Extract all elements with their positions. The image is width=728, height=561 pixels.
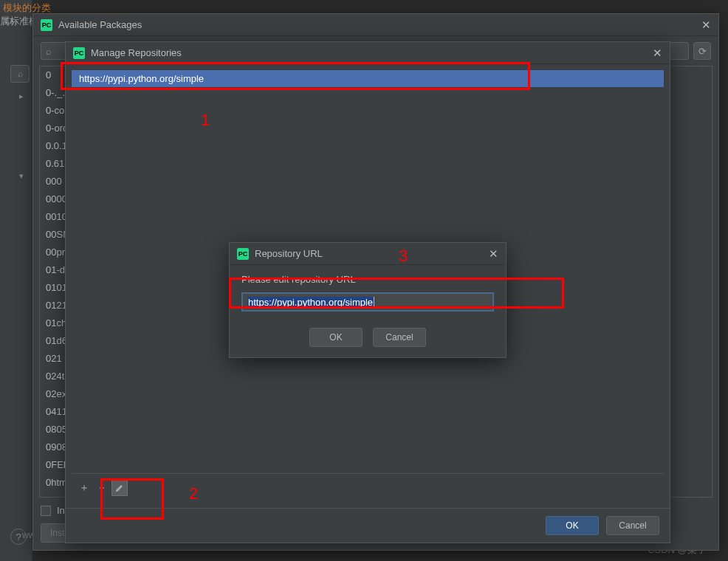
edit-button[interactable] (111, 480, 128, 496)
app-icon: PC (41, 19, 52, 31)
pencil-icon (114, 483, 125, 493)
remove-button[interactable]: － (94, 480, 110, 496)
ok-button[interactable]: OK (546, 516, 599, 535)
app-icon: PC (73, 47, 85, 59)
titlebar: PC Repository URL ✕ (230, 243, 506, 265)
prompt-text: Please edit repository URL (241, 274, 494, 285)
close-icon[interactable]: ✕ (653, 47, 662, 60)
help-icon[interactable]: ? (10, 529, 27, 545)
repository-item[interactable]: https://pypi.python.org/simple (72, 70, 664, 87)
ide-search-icon[interactable]: ⌕ (10, 65, 30, 83)
search-icon: ⌕ (46, 46, 52, 57)
chevron-down-icon[interactable]: ▾ (19, 171, 24, 181)
repository-url-input[interactable]: https://pypi.python.org/simple (241, 292, 494, 312)
close-icon[interactable]: ✕ (489, 247, 498, 261)
input-value: https://pypi.python.org/simple (247, 297, 374, 308)
chevron-right-icon[interactable]: ▸ (19, 92, 24, 101)
titlebar: PC Available Packages ✕ (33, 14, 718, 36)
add-button[interactable]: ＋ (76, 480, 92, 496)
dialog-buttons: OK Cancel (66, 508, 670, 543)
dialog-title: Repository URL (255, 248, 323, 259)
dialog-buttons: OK Cancel (230, 320, 506, 357)
cancel-button[interactable]: Cancel (606, 516, 659, 535)
ok-button[interactable]: OK (309, 328, 363, 347)
close-icon[interactable]: ✕ (701, 18, 711, 32)
install-options-checkbox[interactable] (41, 506, 51, 516)
refresh-button[interactable]: ⟳ (693, 42, 711, 60)
ide-left-gutter (0, 0, 32, 561)
repo-toolbar: ＋ － (72, 473, 664, 502)
refresh-icon: ⟳ (698, 46, 707, 57)
cancel-button[interactable]: Cancel (373, 328, 426, 347)
app-icon: PC (237, 248, 249, 260)
dialog-title: Available Packages (58, 19, 142, 30)
repository-url-dialog: PC Repository URL ✕ Please edit reposito… (229, 242, 506, 358)
dialog-title: Manage Repositories (91, 47, 182, 58)
titlebar: PC Manage Repositories ✕ (66, 42, 670, 64)
